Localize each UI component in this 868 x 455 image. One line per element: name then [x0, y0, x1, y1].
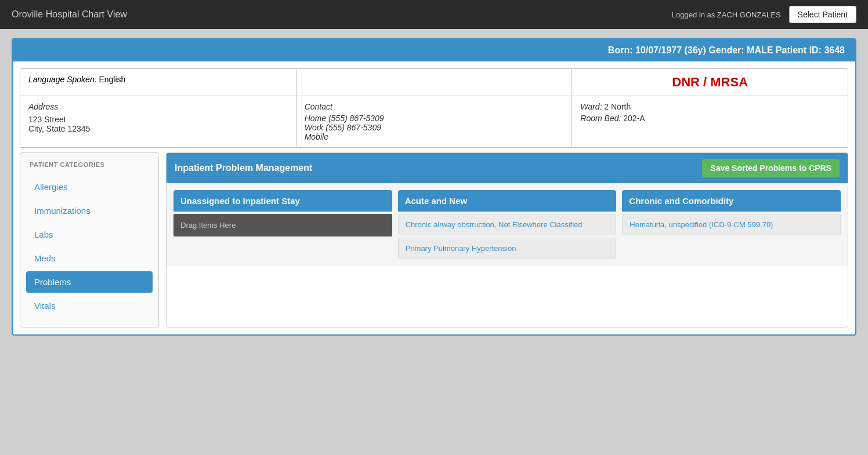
select-patient-button[interactable]: Select Patient [789, 6, 856, 23]
problem-item-chronic-airway[interactable]: Chronic airway obstruction, Not Elsewher… [398, 214, 617, 235]
sidebar-section-title: PATIENT CATEGORIES [26, 161, 153, 168]
sidebar-item-immunizations[interactable]: Immunizations [26, 200, 153, 221]
problem-management-area: Inpatient Problem Management Save Sorted… [166, 152, 848, 327]
col-header-chronic: Chronic and Comorbidity [622, 190, 841, 212]
contact-cell: Contact Home (555) 867-5309 Work (555) 8… [296, 96, 573, 147]
drag-placeholder[interactable]: Drag Items Here [173, 214, 392, 236]
contact-work: Work (555) 867-5309 [305, 123, 564, 132]
language-value: English [99, 75, 125, 84]
problem-item-primary-pulmonary[interactable]: Primary Pulmonary Hypertension [398, 238, 617, 259]
info-top-row: Language Spoken: English DNR / MRSA [20, 69, 848, 96]
ward-cell: Ward: 2 NorthRoom Bed: 202-A [572, 96, 848, 147]
main-container: Born: 10/07/1977 (36y) Gender: MALE Pati… [12, 38, 856, 336]
sidebar-item-allergies[interactable]: Allergies [26, 176, 153, 198]
contact-mobile: Mobile [305, 132, 564, 141]
problem-item-hematuria[interactable]: Hematuria, unspecified (ICD-9-CM 599.70) [622, 214, 841, 235]
problem-management-header: Inpatient Problem Management Save Sorted… [167, 153, 848, 183]
column-acute-new: Acute and New Chronic airway obstruction… [398, 190, 617, 259]
app-title: Oroville Hospital Chart View [12, 9, 127, 20]
patient-header-bar: Born: 10/07/1977 (36y) Gender: MALE Pati… [13, 39, 855, 61]
room-line: Room Bed: 202-A [580, 114, 840, 123]
contact-home: Home (555) 867-5309 [305, 114, 564, 123]
dnr-cell: DNR / MRSA [572, 69, 848, 96]
patient-header-info: Born: 10/07/1977 (36y) Gender: MALE Pati… [608, 45, 845, 55]
sidebar-item-labs[interactable]: Labs [26, 224, 153, 245]
top-navigation-bar: Oroville Hospital Chart View Logged in a… [0, 0, 868, 29]
patient-categories-sidebar: PATIENT CATEGORIES Allergies Immunizatio… [20, 152, 159, 327]
sidebar-item-vitals[interactable]: Vitals [26, 295, 153, 316]
sidebar-item-problems[interactable]: Problems [26, 271, 153, 293]
address-line1: 123 Street [28, 115, 288, 124]
ward-line: Ward: 2 North [580, 102, 840, 111]
col-header-unassigned: Unassigned to Inpatient Stay [173, 190, 392, 212]
sidebar-item-meds[interactable]: Meds [26, 247, 153, 269]
column-chronic-comorbidity: Chronic and Comorbidity Hematuria, unspe… [622, 190, 841, 259]
logged-in-label: Logged in as ZACH GONZALES [672, 10, 781, 19]
contact-label: Contact [305, 102, 564, 111]
lower-section: PATIENT CATEGORIES Allergies Immunizatio… [20, 152, 848, 327]
topbar-right-section: Logged in as ZACH GONZALES Select Patien… [672, 6, 856, 23]
info-bottom-row: Address 123 Street City, State 12345 Con… [20, 96, 848, 147]
address-line2: City, State 12345 [28, 124, 288, 133]
col-header-acute: Acute and New [398, 190, 617, 212]
column-unassigned: Unassigned to Inpatient Stay Drag Items … [173, 190, 392, 259]
save-sorted-problems-button[interactable]: Save Sorted Problems to CPRS [702, 159, 840, 177]
address-label: Address [28, 102, 288, 111]
dnr-label: DNR / MRSA [672, 75, 748, 90]
empty-cell [296, 69, 573, 96]
problem-management-title: Inpatient Problem Management [175, 163, 312, 173]
language-cell: Language Spoken: English [20, 69, 296, 96]
problem-columns-container: Unassigned to Inpatient Stay Drag Items … [167, 183, 848, 266]
language-label: Language Spoken: [28, 75, 99, 84]
patient-info-section: Language Spoken: English DNR / MRSA Addr… [20, 68, 848, 148]
address-cell: Address 123 Street City, State 12345 [20, 96, 296, 147]
